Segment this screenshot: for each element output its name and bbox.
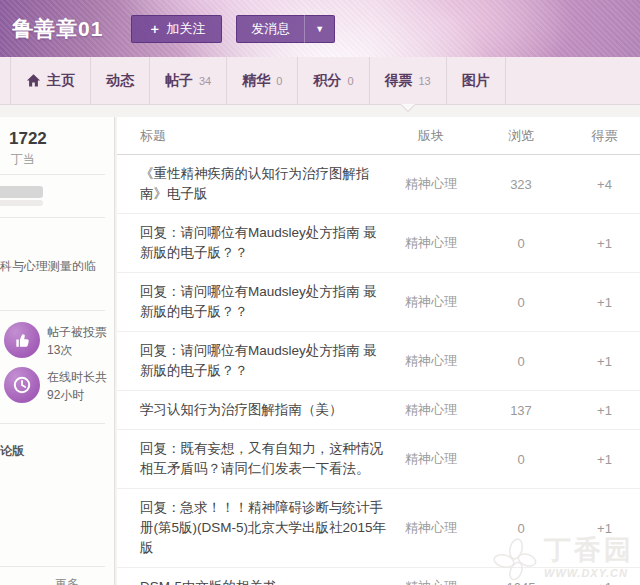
- signature-text: 科与心理测量的临: [0, 258, 110, 275]
- post-title-link[interactable]: 回复：既有妄想，又有自知力，这种情况相互矛盾吗？请同仁们发表一下看法。: [117, 439, 389, 479]
- divider: [0, 566, 105, 567]
- views-count: 323: [473, 177, 569, 192]
- divider: [0, 310, 105, 311]
- post-title-link[interactable]: 回复：急求！！！精神障碍诊断与统计手册(第5版)(DSM-5)北京大学出版社20…: [117, 498, 389, 558]
- divider: [0, 174, 105, 175]
- progress-bar: [0, 186, 43, 198]
- dingdang-label: 丁当: [11, 151, 35, 168]
- tab-points[interactable]: 积分 0: [298, 57, 369, 104]
- board-link[interactable]: 精神心理: [389, 175, 473, 193]
- board-link[interactable]: 精神心理: [389, 519, 473, 537]
- col-title: 标题: [117, 126, 389, 146]
- tab-label: 帖子: [165, 72, 193, 90]
- header-actions: ＋ 加关注 发消息 ▼: [131, 15, 335, 43]
- dingdang-value: 1722: [9, 129, 47, 149]
- votes-count: +1: [569, 403, 640, 418]
- votes-count: +4: [569, 177, 640, 192]
- tab-count: 0: [347, 75, 353, 87]
- progress-bar-track: [0, 200, 43, 206]
- tab-count: 13: [419, 75, 431, 87]
- online-time-text: 在线时长共 92小时: [47, 367, 107, 404]
- votes-count: +1: [569, 521, 640, 536]
- divider: [0, 423, 105, 424]
- content-area: 1722 丁当 科与心理测量的临 帖子被投票 13次 在线时长共 92小时: [0, 105, 640, 585]
- profile-sidebar: 1722 丁当 科与心理测量的临 帖子被投票 13次 在线时长共 92小时: [0, 117, 115, 585]
- more-link[interactable]: 更多: [55, 576, 79, 585]
- post-row: 回复：既有妄想，又有自知力，这种情况相互矛盾吗？请同仁们发表一下看法。 精神心理…: [117, 430, 640, 489]
- board-link[interactable]: 精神心理: [389, 450, 473, 468]
- votes-count: +1: [569, 295, 640, 310]
- tab-activity[interactable]: 动态: [91, 57, 150, 104]
- board-link[interactable]: 精神心理: [389, 234, 473, 252]
- tab-essence[interactable]: 精华 0: [227, 57, 298, 104]
- tab-label: 动态: [106, 72, 134, 90]
- board-link[interactable]: 精神心理: [389, 401, 473, 419]
- board-link[interactable]: 精神心理: [389, 293, 473, 311]
- post-title-link[interactable]: 回复：请问哪位有Maudsley处方指南 最新版的电子版？？: [117, 223, 389, 263]
- post-title-link[interactable]: DSM-5中文版的相关书: [117, 577, 389, 585]
- post-row: 回复：请问哪位有Maudsley处方指南 最新版的电子版？？ 精神心理 0 +1: [117, 214, 640, 273]
- post-row: DSM-5中文版的相关书 精神心理 1045 +1: [117, 568, 640, 585]
- table-header: 标题 版块 浏览 得票: [117, 117, 640, 155]
- tab-label: 积分: [313, 72, 341, 90]
- post-title-link[interactable]: 学习认知行为治疗图解指南（美）: [117, 400, 389, 420]
- follow-button[interactable]: ＋ 加关注: [131, 15, 222, 43]
- home-icon: [26, 73, 41, 88]
- username: 鲁善章01: [12, 15, 103, 43]
- tab-votes[interactable]: 得票 13: [370, 57, 447, 104]
- online-time-stat: 在线时长共 92小时: [4, 367, 107, 404]
- board-link[interactable]: 精神心理: [389, 578, 473, 585]
- thumbs-up-icon: [4, 322, 40, 358]
- chevron-down-icon[interactable]: ▼: [305, 24, 334, 34]
- votes-count: +1: [569, 580, 640, 585]
- profile-tabs: 主页 动态 帖子 34 精华 0 积分 0 得票 13 图片: [0, 57, 640, 105]
- views-count: 137: [473, 403, 569, 418]
- tab-label: 图片: [462, 72, 490, 90]
- tab-posts[interactable]: 帖子 34: [150, 57, 227, 104]
- col-board: 版块: [389, 127, 473, 145]
- views-count: 0: [473, 452, 569, 467]
- votes-stat: 帖子被投票 13次: [4, 322, 107, 359]
- views-count: 0: [473, 236, 569, 251]
- views-count: 1045: [473, 580, 569, 585]
- plus-icon: ＋: [148, 20, 161, 38]
- profile-header: 鲁善章01 ＋ 加关注 发消息 ▼: [0, 0, 640, 57]
- votes-count: +1: [569, 354, 640, 369]
- post-row: 回复：急求！！！精神障碍诊断与统计手册(第5版)(DSM-5)北京大学出版社20…: [117, 489, 640, 568]
- votes-stat-text: 帖子被投票 13次: [47, 322, 107, 359]
- tab-count: 34: [199, 75, 211, 87]
- divider: [0, 217, 105, 218]
- tab-count: 0: [276, 75, 282, 87]
- tab-label: 主页: [47, 72, 75, 90]
- post-row: 学习认知行为治疗图解指南（美） 精神心理 137 +1: [117, 391, 640, 430]
- stat-line: 92小时: [47, 388, 84, 402]
- post-row: 回复：请问哪位有Maudsley处方指南 最新版的电子版？？ 精神心理 0 +1: [117, 332, 640, 391]
- stat-line: 帖子被投票: [47, 325, 107, 339]
- stat-line: 在线时长共: [47, 370, 107, 384]
- clock-icon: [4, 367, 40, 403]
- tab-pictures[interactable]: 图片: [447, 57, 506, 104]
- views-count: 0: [473, 521, 569, 536]
- views-count: 0: [473, 354, 569, 369]
- message-button[interactable]: 发消息 ▼: [236, 15, 335, 43]
- votes-panel: 标题 版块 浏览 得票 《重性精神疾病的认知行为治疗图解指南》电子版 精神心理 …: [117, 117, 640, 585]
- tab-label: 精华: [242, 72, 270, 90]
- tab-label: 得票: [385, 72, 413, 90]
- views-count: 0: [473, 295, 569, 310]
- votes-count: +1: [569, 236, 640, 251]
- post-title-link[interactable]: 回复：请问哪位有Maudsley处方指南 最新版的电子版？？: [117, 282, 389, 322]
- forum-section-label: 论版: [0, 443, 24, 460]
- col-views: 浏览: [473, 127, 569, 145]
- col-votes: 得票: [569, 127, 640, 145]
- follow-button-label: 加关注: [166, 20, 205, 38]
- stat-line: 13次: [47, 343, 72, 357]
- tab-home[interactable]: 主页: [10, 57, 91, 104]
- post-row: 回复：请问哪位有Maudsley处方指南 最新版的电子版？？ 精神心理 0 +1: [117, 273, 640, 332]
- votes-count: +1: [569, 452, 640, 467]
- post-title-link[interactable]: 《重性精神疾病的认知行为治疗图解指南》电子版: [117, 164, 389, 204]
- board-link[interactable]: 精神心理: [389, 352, 473, 370]
- post-row: 《重性精神疾病的认知行为治疗图解指南》电子版 精神心理 323 +4: [117, 155, 640, 214]
- post-title-link[interactable]: 回复：请问哪位有Maudsley处方指南 最新版的电子版？？: [117, 341, 389, 381]
- message-button-label: 发消息: [237, 20, 304, 38]
